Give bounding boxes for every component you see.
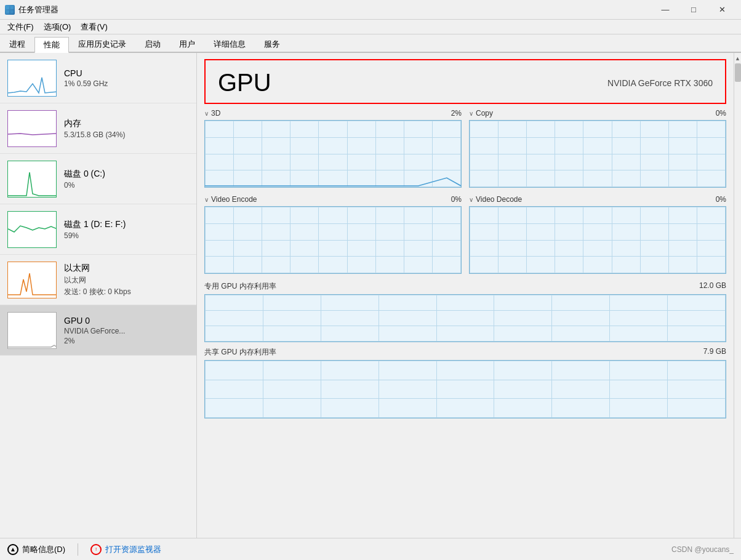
menu-bar: 文件(F) 选项(O) 查看(V): [0, 20, 741, 34]
grid-col: [470, 207, 470, 273]
chart-grid-cols-dedicated: [205, 295, 726, 342]
chart-label-left-3d: ∨ 3D: [204, 109, 220, 118]
grid-col: [551, 361, 552, 418]
chart-box-copy: [469, 120, 726, 188]
disk0-mini-chart: [7, 161, 57, 198]
grid-col: [668, 207, 669, 273]
gpu-info: GPU 0 NVIDIA GeForce... 2%: [64, 316, 189, 345]
monitor-label: 打开资源监视器: [105, 544, 161, 555]
grid-col: [205, 295, 206, 342]
grid-col: [375, 207, 376, 273]
shared-memory-section: 共享 GPU 内存利用率 7.9 GB: [197, 347, 734, 418]
grid-col: [526, 207, 527, 273]
gpu-device-name: NVIDIA GeForce RTX 3060: [607, 78, 713, 88]
tab-services[interactable]: 服务: [255, 36, 289, 52]
chevron-3d: ∨: [204, 110, 209, 117]
network-label: 以太网: [64, 263, 189, 274]
grid-col: [668, 121, 669, 187]
chart-panel-encode: ∨ Video Encode 0%: [204, 195, 462, 274]
grid-col: [321, 361, 321, 418]
chart-value-3d: 2%: [451, 109, 462, 118]
resource-monitor-link[interactable]: ! 打开资源监视器: [90, 544, 161, 555]
memory-label: 内存: [64, 118, 189, 129]
maximize-button[interactable]: □: [679, 0, 708, 20]
menu-view[interactable]: 查看(V): [76, 20, 112, 34]
shared-memory-label-row: 共享 GPU 内存利用率 7.9 GB: [204, 347, 726, 358]
disk1-info: 磁盘 1 (D: E: F:) 59%: [64, 219, 189, 240]
sidebar-item-network[interactable]: 以太网 以太网 发送: 0 接收: 0 Kbps: [0, 255, 196, 305]
minimize-button[interactable]: —: [651, 0, 679, 20]
chart-grid-cols-copy: [470, 121, 726, 187]
gpu-title: GPU: [218, 69, 271, 97]
network-info: 以太网 以太网 发送: 0 接收: 0 Kbps: [64, 263, 189, 297]
chart-title-3d: 3D: [211, 109, 220, 118]
grid-col: [609, 295, 610, 342]
grid-col: [667, 361, 668, 418]
grid-col: [583, 207, 583, 273]
tab-details[interactable]: 详细信息: [204, 36, 255, 52]
grid-col: [470, 121, 470, 187]
sidebar-item-gpu[interactable]: GPU 0 NVIDIA GeForce... 2%: [0, 305, 196, 356]
tab-app-history[interactable]: 应用历史记录: [69, 36, 135, 52]
cpu-label: CPU: [64, 68, 189, 78]
title-bar: 任务管理器 — □ ✕: [0, 0, 741, 20]
menu-file[interactable]: 文件(F): [2, 20, 39, 34]
grid-col: [205, 207, 206, 273]
grid-col: [494, 361, 494, 418]
grid-col: [498, 207, 499, 273]
monitor-icon: !: [90, 544, 102, 555]
window-controls: — □ ✕: [651, 0, 736, 20]
grid-col: [725, 361, 726, 418]
sidebar-item-cpu[interactable]: CPU 1% 0.59 GHz: [0, 53, 196, 103]
disk0-info: 磁盘 0 (C:) 0%: [64, 169, 189, 190]
shared-memory-value: 7.9 GB: [703, 347, 726, 358]
tab-users[interactable]: 用户: [170, 36, 204, 52]
chart-grid-cols-decode: [470, 207, 726, 273]
grid-col: [205, 361, 206, 418]
tab-bar: 进程 性能 应用历史记录 启动 用户 详细信息 服务: [0, 34, 741, 53]
sidebar-item-disk1[interactable]: 磁盘 1 (D: E: F:) 59%: [0, 204, 196, 255]
chart-label-decode: ∨ Video Decode 0%: [469, 195, 726, 204]
grid-col: [640, 207, 641, 273]
chart-value-decode: 0%: [716, 195, 726, 204]
chevron-encode: ∨: [204, 196, 209, 203]
grid-col: [404, 207, 404, 273]
chevron-copy: ∨: [469, 110, 473, 117]
grid-col: [432, 207, 433, 273]
summary-info-link[interactable]: ▲ 简略信息(D): [7, 544, 65, 555]
chart-grid-cols-shared: [205, 361, 726, 418]
tab-processes[interactable]: 进程: [0, 36, 34, 52]
scrollbar[interactable]: ▲: [734, 53, 741, 538]
shared-memory-label: 共享 GPU 内存利用率: [204, 347, 276, 358]
shared-memory-chart: [204, 360, 726, 418]
grid-col: [498, 121, 499, 187]
grid-col: [263, 361, 263, 418]
cpu-value: 1% 0.59 GHz: [64, 79, 189, 88]
sidebar-item-disk0[interactable]: 磁盘 0 (C:) 0%: [0, 154, 196, 204]
chart-label-left-decode: ∨ Video Decode: [469, 195, 522, 204]
content-wrapper: GPU NVIDIA GeForce RTX 3060 ∨ 3D 2%: [197, 53, 741, 538]
tab-performance[interactable]: 性能: [34, 37, 69, 53]
grid-col: [612, 207, 612, 273]
dedicated-memory-label-row: 专用 GPU 内存利用率 12.0 GB: [204, 281, 726, 292]
grid-col: [697, 207, 697, 273]
grid-col: [233, 207, 234, 273]
network-name: 以太网: [64, 275, 189, 286]
tab-startup[interactable]: 启动: [135, 36, 170, 52]
svg-rect-2: [6, 10, 9, 14]
chart-panel-3d: ∨ 3D 2%: [204, 109, 462, 188]
chart-grid-cols-encode: [205, 207, 461, 273]
summary-icon: ▲: [7, 544, 18, 555]
chart-label-3d: ∨ 3D 2%: [204, 109, 462, 118]
menu-options[interactable]: 选项(O): [39, 20, 76, 34]
grid-col: [318, 207, 319, 273]
grid-col: [436, 295, 437, 342]
gpu-header: GPU NVIDIA GeForce RTX 3060: [204, 59, 726, 104]
close-button[interactable]: ✕: [708, 0, 736, 20]
grid-col: [609, 361, 610, 418]
content-area: GPU NVIDIA GeForce RTX 3060 ∨ 3D 2%: [197, 53, 734, 538]
scroll-thumb[interactable]: [735, 63, 741, 82]
grid-col: [526, 121, 527, 187]
sidebar-item-memory[interactable]: 内存 5.3/15.8 GB (34%): [0, 103, 196, 154]
scroll-up-arrow[interactable]: ▲: [734, 54, 741, 63]
